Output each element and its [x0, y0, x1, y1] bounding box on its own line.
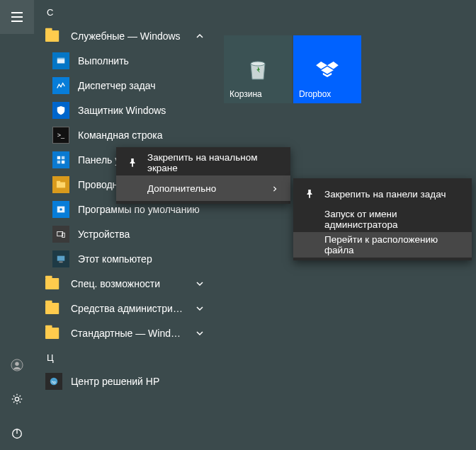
folder-standard[interactable]: Стандартные — Windows — [40, 321, 212, 345]
letter-header-c[interactable]: С — [40, 0, 212, 23]
recycle-bin-icon — [244, 55, 272, 83]
nav-rail — [0, 0, 34, 450]
app-this-pc[interactable]: Этот компьютер — [40, 246, 212, 271]
dropbox-icon — [312, 54, 343, 85]
item-label: Средства администрировани… — [71, 303, 184, 314]
ctx-label: Закрепить на начальном экране — [147, 152, 280, 173]
svg-point-4 — [15, 362, 18, 366]
svg-rect-12 — [57, 160, 60, 163]
item-label: Выполнить — [78, 55, 207, 67]
folder-icon — [45, 275, 62, 292]
svg-point-24 — [251, 62, 265, 66]
tile-group: Корзина Dropbox — [224, 35, 361, 103]
context-menu-submenu: Закрепить на панели задач Запуск от имен… — [293, 178, 472, 260]
ctx-run-admin[interactable]: Запуск от имени администратора — [293, 207, 472, 232]
power-icon — [11, 427, 23, 439]
svg-rect-8 — [57, 59, 65, 63]
app-run[interactable]: Выполнить — [40, 48, 212, 73]
chevron-up-icon — [193, 29, 207, 43]
ctx-label: Дополнительно — [147, 183, 264, 194]
hp-icon: hp — [45, 373, 62, 390]
taskmgr-icon — [52, 77, 69, 94]
tile-label: Dropbox — [299, 89, 331, 99]
item-label: Командная строка — [78, 129, 207, 141]
pc-icon — [52, 250, 69, 267]
svg-rect-10 — [57, 156, 60, 158]
ctx-more[interactable]: Дополнительно — [116, 175, 290, 201]
folder-icon — [45, 300, 62, 317]
shield-icon — [52, 102, 69, 119]
context-menu-primary: Закрепить на начальном экране Дополнител… — [116, 147, 290, 204]
item-label: Устройства — [78, 229, 207, 240]
app-cmd[interactable]: >_ Командная строка — [40, 122, 212, 147]
defaults-icon — [52, 201, 69, 218]
explorer-icon — [52, 176, 69, 193]
svg-rect-15 — [57, 180, 60, 183]
ctx-label: Запуск от имени администратора — [324, 209, 462, 230]
chevron-down-icon — [193, 277, 207, 291]
item-label: Защитник Windows — [78, 105, 207, 116]
app-hp-center[interactable]: hp Центр решений HP — [40, 369, 212, 393]
app-defender[interactable]: Защитник Windows — [40, 98, 212, 122]
item-label: Центр решений HP — [71, 376, 207, 387]
user-icon — [11, 359, 23, 371]
svg-rect-21 — [59, 261, 62, 262]
ctx-label: Закрепить на панели задач — [324, 189, 462, 200]
folder-accessibility[interactable]: Спец. возможности — [40, 271, 212, 296]
app-devices[interactable]: Устройства — [40, 221, 212, 246]
item-label: Спец. возможности — [71, 278, 184, 289]
tile-label: Корзина — [230, 89, 262, 99]
settings-button[interactable] — [0, 382, 34, 416]
ctx-pin-start[interactable]: Закрепить на начальном экране — [116, 150, 290, 175]
item-label: Этот компьютер — [78, 253, 207, 265]
svg-rect-11 — [62, 156, 64, 158]
item-label: Стандартные — Windows — [71, 328, 184, 339]
app-task-manager[interactable]: Диспетчер задач — [40, 73, 212, 98]
svg-rect-13 — [62, 160, 64, 163]
svg-point-17 — [60, 208, 62, 211]
svg-text:hp: hp — [52, 379, 56, 383]
item-label: Диспетчер задач — [78, 80, 207, 91]
hamburger-button[interactable] — [0, 0, 34, 34]
folder-system-tools[interactable]: Служебные — Windows — [40, 23, 212, 48]
pin-icon — [303, 189, 316, 199]
folder-icon — [45, 325, 62, 342]
ctx-pin-taskbar[interactable]: Закрепить на панели задач — [293, 181, 472, 207]
pin-icon — [126, 158, 139, 168]
svg-rect-20 — [57, 255, 65, 260]
ctx-open-location[interactable]: Перейти к расположению файла — [293, 232, 472, 258]
item-label: Программы по умолчанию — [78, 204, 207, 215]
cmd-icon: >_ — [52, 127, 69, 144]
svg-rect-14 — [57, 182, 65, 188]
chevron-right-icon — [272, 183, 280, 194]
tile-recycle-bin[interactable]: Корзина — [224, 35, 292, 103]
svg-rect-9 — [57, 57, 65, 59]
run-icon — [52, 52, 69, 69]
hamburger-icon — [11, 11, 23, 23]
user-button[interactable] — [0, 348, 34, 382]
power-button[interactable] — [0, 416, 34, 450]
control-panel-icon — [52, 151, 69, 168]
folder-admin-tools[interactable]: Средства администрировани… — [40, 296, 212, 321]
svg-point-5 — [15, 397, 18, 400]
chevron-down-icon — [193, 326, 207, 340]
ctx-label: Перейти к расположению файла — [324, 234, 462, 255]
folder-icon — [45, 28, 62, 45]
letter-header-ts[interactable]: Ц — [40, 345, 212, 369]
chevron-down-icon — [193, 301, 207, 316]
gear-icon — [11, 393, 23, 405]
devices-icon — [52, 226, 69, 243]
tile-dropbox[interactable]: Dropbox — [293, 35, 361, 103]
item-label: Служебные — Windows — [71, 30, 184, 42]
